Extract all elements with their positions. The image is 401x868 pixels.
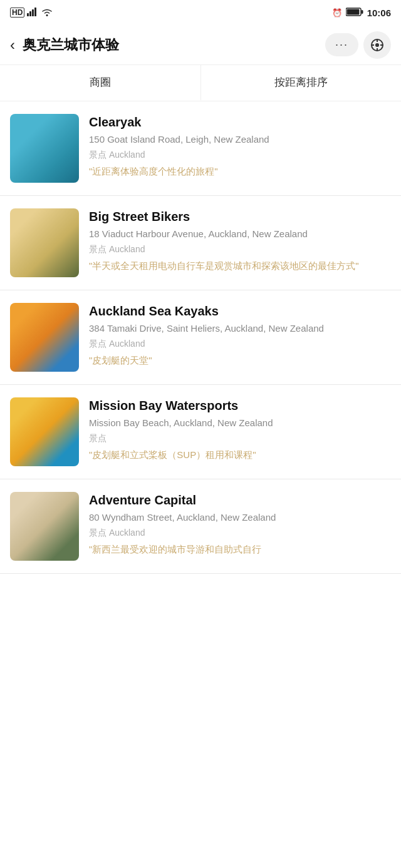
item-tag: 景点	[89, 433, 391, 444]
item-address: 150 Goat Island Road, Leigh, New Zealand	[89, 133, 391, 147]
item-name: Big Street Bikers	[89, 208, 391, 225]
filter-business-circle[interactable]: 商圈	[0, 65, 201, 101]
item-content: Clearyak 150 Goat Island Road, Leigh, Ne…	[89, 114, 391, 178]
item-image	[10, 114, 79, 183]
app-header: ‹ 奥克兰城市体验 ···	[0, 25, 401, 65]
wifi-icon	[41, 7, 53, 19]
item-description: "新西兰最受欢迎的城市导游和自助式自行	[89, 543, 391, 557]
items-list: Clearyak 150 Goat Island Road, Leigh, Ne…	[0, 101, 401, 574]
hd-label: HD	[10, 8, 24, 18]
svg-rect-0	[27, 13, 29, 16]
list-item[interactable]: Big Street Bikers 18 Viaduct Harbour Ave…	[0, 196, 401, 290]
item-image	[10, 492, 79, 561]
item-address: 18 Viaduct Harbour Avenue, Auckland, New…	[89, 227, 391, 242]
page-title: 奥克兰城市体验	[23, 36, 119, 54]
item-address: Mission Bay Beach, Auckland, New Zealand	[89, 416, 391, 431]
list-item[interactable]: Mission Bay Watersports Mission Bay Beac…	[0, 385, 401, 479]
item-content: Mission Bay Watersports Mission Bay Beac…	[89, 397, 391, 462]
signal-4g	[27, 7, 38, 19]
item-image	[10, 303, 79, 372]
item-description: "近距离体验高度个性化的旅程"	[89, 165, 391, 179]
list-item[interactable]: Adventure Capital 80 Wyndham Street, Auc…	[0, 479, 401, 574]
svg-point-4	[46, 14, 48, 16]
svg-rect-7	[361, 10, 363, 14]
svg-rect-1	[29, 11, 31, 16]
filter-sort-distance[interactable]: 按距离排序	[201, 65, 402, 101]
item-content: Adventure Capital 80 Wyndham Street, Auc…	[89, 492, 391, 556]
item-tag: 景点 Auckland	[89, 339, 391, 350]
item-name: Adventure Capital	[89, 492, 391, 508]
battery-icon	[346, 8, 363, 18]
item-address: 80 Wyndham Street, Auckland, New Zealand	[89, 511, 391, 525]
back-button[interactable]: ‹	[10, 38, 15, 53]
item-image	[10, 397, 79, 466]
svg-rect-6	[346, 9, 359, 14]
item-address: 384 Tamaki Drive, Saint Heliers, Aucklan…	[89, 322, 391, 336]
svg-rect-3	[34, 8, 36, 16]
item-content: Auckland Sea Kayaks 384 Tamaki Drive, Sa…	[89, 303, 391, 367]
scan-button[interactable]	[363, 31, 391, 59]
status-left: HD	[10, 7, 53, 19]
svg-point-9	[375, 43, 379, 47]
item-description: "皮划艇和立式桨板（SUP）租用和课程"	[89, 448, 391, 462]
item-name: Clearyak	[89, 114, 391, 130]
item-tag: 景点 Auckland	[89, 528, 391, 539]
list-item[interactable]: Auckland Sea Kayaks 384 Tamaki Drive, Sa…	[0, 290, 401, 385]
list-item[interactable]: Clearyak 150 Goat Island Road, Leigh, Ne…	[0, 101, 401, 196]
filter-bar: 商圈 按距离排序	[0, 65, 401, 101]
item-name: Mission Bay Watersports	[89, 397, 391, 414]
item-name: Auckland Sea Kayaks	[89, 303, 391, 319]
header-left: ‹ 奥克兰城市体验	[10, 36, 119, 54]
item-image	[10, 208, 79, 277]
alarm-icon: ⏰	[332, 8, 342, 18]
svg-rect-2	[32, 9, 34, 16]
item-description: "半天或全天租用电动自行车是观赏城市和探索该地区的最佳方式"	[89, 259, 391, 273]
more-button[interactable]: ···	[325, 33, 358, 56]
item-tag: 景点 Auckland	[89, 150, 391, 161]
item-description: "皮划艇的天堂"	[89, 354, 391, 368]
item-tag: 景点 Auckland	[89, 244, 391, 255]
status-bar: HD ⏰ 10:06	[0, 0, 401, 25]
item-content: Big Street Bikers 18 Viaduct Harbour Ave…	[89, 208, 391, 273]
header-actions: ···	[325, 31, 391, 59]
time-display: 10:06	[367, 8, 391, 18]
status-right: ⏰ 10:06	[332, 8, 391, 18]
